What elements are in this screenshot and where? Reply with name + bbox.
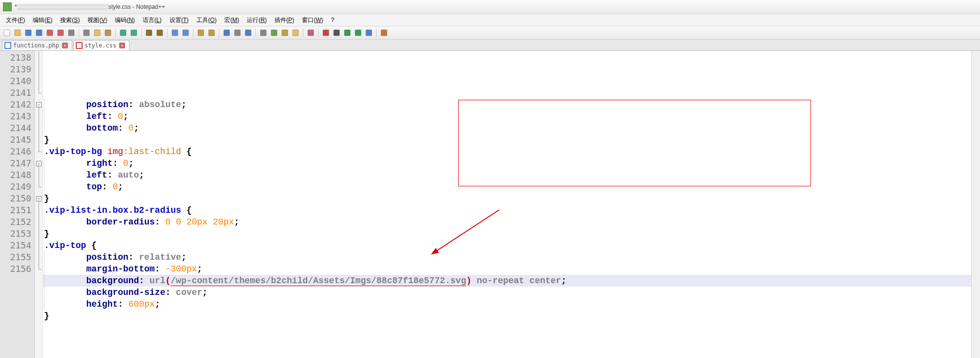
menu-p[interactable]: 插件(P) bbox=[271, 15, 298, 25]
code-line[interactable]: position: relative; bbox=[43, 251, 980, 263]
close-all-icon[interactable] bbox=[56, 28, 65, 38]
find-icon[interactable] bbox=[144, 28, 154, 38]
monitor-icon[interactable] bbox=[306, 28, 316, 38]
lang-icon[interactable] bbox=[258, 28, 268, 38]
toolbar-separator bbox=[303, 28, 303, 37]
save-icon[interactable] bbox=[23, 28, 33, 38]
menu-t[interactable]: 设置(T) bbox=[166, 15, 192, 25]
tab-close-icon[interactable]: × bbox=[62, 43, 68, 48]
save-macro-icon[interactable] bbox=[364, 28, 374, 38]
sync-v-icon[interactable] bbox=[196, 28, 206, 38]
code-line[interactable]: background-size: cover; bbox=[43, 287, 980, 298]
menu-help[interactable]: ? bbox=[327, 16, 338, 24]
code-line[interactable]: height: 600px; bbox=[43, 298, 980, 310]
code-line[interactable]: border-radius: 0 0 20px 20px; bbox=[43, 216, 980, 228]
menu-v[interactable]: 视图(V) bbox=[84, 15, 111, 25]
svg-rect-0 bbox=[4, 30, 10, 36]
fold-marker[interactable]: − bbox=[35, 157, 43, 169]
code-line[interactable]: } bbox=[43, 228, 980, 240]
menu-l[interactable]: 语言(L) bbox=[139, 15, 166, 25]
zoom-out-icon[interactable] bbox=[181, 28, 191, 38]
svg-rect-1 bbox=[15, 30, 21, 36]
folder-icon[interactable] bbox=[291, 28, 300, 38]
menu-o[interactable]: 工具(O) bbox=[192, 15, 220, 25]
redo-icon[interactable] bbox=[129, 28, 139, 38]
paste-icon[interactable] bbox=[103, 28, 113, 38]
new-file-icon[interactable] bbox=[2, 28, 12, 38]
zoom-in-icon[interactable] bbox=[170, 28, 180, 38]
cut-icon[interactable] bbox=[82, 28, 91, 38]
toolbar-separator bbox=[219, 28, 219, 37]
svg-rect-35 bbox=[77, 43, 82, 48]
menu-w[interactable]: 窗口(W) bbox=[298, 15, 327, 25]
func-list-icon[interactable] bbox=[280, 28, 290, 38]
tab-functions-php[interactable]: functions.php× bbox=[2, 40, 72, 50]
toolbar-separator bbox=[256, 28, 256, 37]
svg-rect-14 bbox=[172, 30, 178, 36]
wrap-icon[interactable] bbox=[222, 28, 232, 38]
fold-marker bbox=[35, 146, 43, 157]
tab-close-icon[interactable]: × bbox=[119, 43, 125, 48]
doc-map-icon[interactable] bbox=[269, 28, 279, 38]
sync-h-icon[interactable] bbox=[207, 28, 216, 38]
code-line[interactable]: } bbox=[43, 310, 980, 322]
copy-icon[interactable] bbox=[92, 28, 102, 38]
menu-s[interactable]: 搜索(S) bbox=[56, 15, 84, 25]
menu-m[interactable]: 宏(M) bbox=[220, 15, 243, 25]
stop-macro-icon[interactable] bbox=[332, 28, 341, 38]
app-icon bbox=[3, 2, 12, 11]
record-macro-icon[interactable] bbox=[321, 28, 331, 38]
replace-icon[interactable] bbox=[155, 28, 165, 38]
all-chars-icon[interactable] bbox=[233, 28, 242, 38]
editor[interactable]: 2138213921402141214221432144214521462147… bbox=[0, 51, 980, 358]
menu-e[interactable]: 编辑(E) bbox=[29, 15, 56, 25]
menu-f[interactable]: 文件(F) bbox=[2, 15, 29, 25]
svg-rect-2 bbox=[25, 30, 31, 36]
toolbar bbox=[0, 26, 980, 40]
open-file-icon[interactable] bbox=[13, 28, 22, 38]
fold-marker bbox=[35, 122, 43, 134]
tab-style-css[interactable]: style.css× bbox=[73, 40, 129, 50]
fold-marker bbox=[35, 75, 43, 87]
vertical-scrollbar[interactable] bbox=[971, 51, 980, 358]
svg-rect-30 bbox=[366, 30, 372, 36]
tab-bar: functions.php×style.css× bbox=[0, 40, 980, 51]
fold-margin[interactable]: −−− bbox=[35, 51, 43, 358]
fold-marker bbox=[35, 263, 43, 275]
svg-rect-9 bbox=[105, 30, 111, 36]
code-line[interactable]: .vip-list-in.box.b2-radius { bbox=[43, 204, 980, 216]
svg-rect-33 bbox=[5, 43, 10, 48]
save-all-icon[interactable] bbox=[34, 28, 44, 38]
menu-r[interactable]: 运行(R) bbox=[243, 15, 271, 25]
indent-guide-icon[interactable] bbox=[243, 28, 253, 38]
svg-rect-18 bbox=[224, 30, 230, 36]
svg-rect-23 bbox=[282, 30, 288, 36]
menu-n[interactable]: 编码(N) bbox=[111, 15, 139, 25]
code-line[interactable]: } bbox=[43, 193, 980, 204]
svg-rect-3 bbox=[36, 30, 42, 36]
file-php-icon bbox=[4, 42, 11, 49]
fold-marker bbox=[35, 216, 43, 228]
fold-marker[interactable]: − bbox=[35, 193, 43, 204]
code-line[interactable]: background: url(/wp-content/themes/b2chi… bbox=[43, 275, 980, 287]
close-icon[interactable] bbox=[45, 28, 55, 38]
svg-rect-5 bbox=[58, 30, 64, 36]
svg-rect-12 bbox=[146, 30, 152, 36]
line-number: 2149 bbox=[0, 181, 34, 193]
print-icon[interactable] bbox=[66, 28, 76, 38]
code-line[interactable]: margin-bottom: -300px; bbox=[43, 263, 980, 275]
play-macro-icon[interactable] bbox=[342, 28, 352, 38]
code-area[interactable]: position: absolute; left: 0; bottom: 0;}… bbox=[43, 51, 980, 358]
line-number: 2140 bbox=[0, 75, 34, 87]
code-line[interactable]: .vip-top { bbox=[43, 240, 980, 251]
fold-marker bbox=[35, 169, 43, 181]
tab-label: functions.php bbox=[13, 42, 59, 49]
fold-marker bbox=[35, 52, 43, 64]
line-number: 2150 bbox=[0, 193, 34, 204]
spell-icon[interactable] bbox=[379, 28, 389, 38]
line-number: 2138 bbox=[0, 52, 34, 64]
toolbar-separator bbox=[193, 28, 193, 37]
play-multi-icon[interactable] bbox=[353, 28, 363, 38]
undo-icon[interactable] bbox=[118, 28, 128, 38]
fold-marker[interactable]: − bbox=[35, 99, 43, 111]
